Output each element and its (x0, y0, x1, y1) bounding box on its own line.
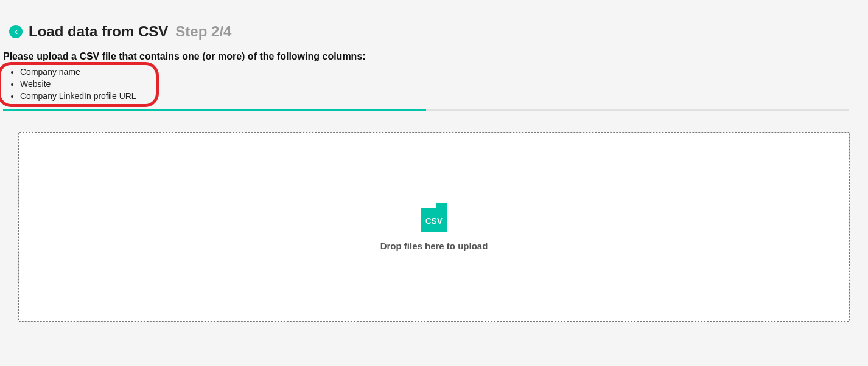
progress-wrap (0, 103, 868, 111)
page-header: Load data from CSV Step 2/4 (0, 0, 868, 51)
csv-icon-label: CSV (421, 216, 447, 226)
progress-fill (3, 109, 426, 111)
instructions-text: Please upload a CSV file that contains o… (0, 51, 868, 64)
step-indicator: Step 2/4 (175, 23, 231, 40)
page-title: Load data from CSV (29, 23, 168, 40)
csv-file-icon: CSV (421, 203, 447, 232)
list-item: Website (20, 78, 136, 90)
file-dropzone[interactable]: CSV Drop files here to upload (18, 132, 850, 322)
required-columns-wrap: Company name Website Company LinkedIn pr… (0, 64, 136, 103)
page-container: Load data from CSV Step 2/4 Please uploa… (0, 0, 868, 322)
list-item: Company name (20, 66, 136, 78)
back-arrow-icon[interactable] (9, 25, 23, 38)
progress-track (3, 109, 849, 111)
list-item: Company LinkedIn profile URL (20, 90, 136, 102)
required-columns-list: Company name Website Company LinkedIn pr… (3, 66, 136, 102)
dropzone-text: Drop files here to upload (380, 241, 488, 251)
